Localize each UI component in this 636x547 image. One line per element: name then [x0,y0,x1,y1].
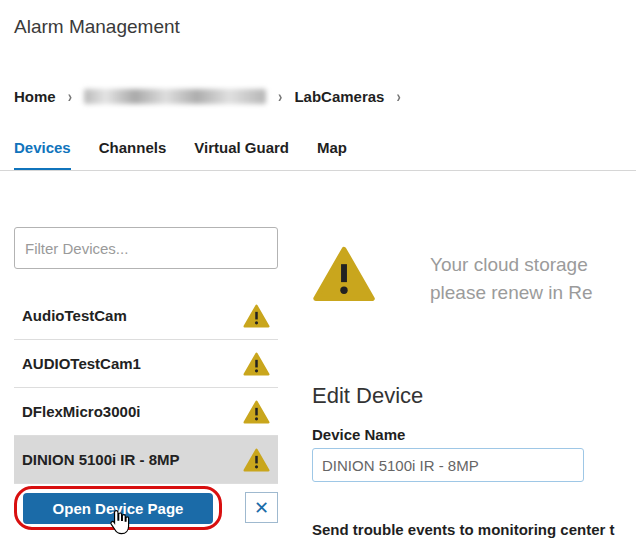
device-name: DFlexMicro3000i [22,403,140,420]
warning-triangle-icon [243,352,270,376]
edit-device-heading: Edit Device [312,383,423,409]
chevron-right-icon: › [278,88,282,106]
tab-virtual-guard[interactable]: Virtual Guard [194,139,289,171]
tab-bar-divider [0,170,636,171]
device-name: AUDIOTestCam1 [22,355,141,372]
device-action-row: Open Device Page ✕ [14,485,278,533]
device-name: AudioTestCam [22,307,127,324]
tab-channels[interactable]: Channels [99,139,167,171]
device-row[interactable]: DFlexMicro3000i [14,388,278,436]
filter-devices-input[interactable] [14,227,278,269]
device-name-input[interactable] [312,448,584,482]
open-device-page-button[interactable]: Open Device Page [23,493,213,524]
warning-line-2: please renew in Re [430,279,593,307]
device-row[interactable]: AudioTestCam [14,292,278,340]
warning-triangle-icon [243,448,270,472]
close-button[interactable]: ✕ [245,492,278,523]
device-name-label: Device Name [312,426,405,443]
breadcrumb-labcameras[interactable]: LabCameras [294,88,384,105]
close-icon: ✕ [254,499,269,517]
warning-triangle-icon [243,304,270,328]
warning-line-1: Your cloud storage [430,251,593,279]
breadcrumb-home[interactable]: Home [14,88,56,105]
device-list: AudioTestCam AUDIOTestCam1 DFlexMicro300… [14,292,278,484]
device-row[interactable]: AUDIOTestCam1 [14,340,278,388]
device-row-selected[interactable]: DINION 5100i IR - 8MP [14,436,278,484]
monitoring-center-text: Send trouble events to monitoring center… [312,521,615,538]
cloud-storage-warning-text: Your cloud storage please renew in Re [430,251,593,307]
breadcrumb: Home › › LabCameras › [14,88,401,105]
alarm-management-screen: Alarm Management Home › › LabCameras › D… [0,0,636,547]
chevron-right-icon: › [68,88,72,106]
warning-triangle-icon [243,400,270,424]
tab-bar: Devices Channels Virtual Guard Map [14,139,347,171]
device-name: DINION 5100i IR - 8MP [22,451,180,468]
cloud-storage-warning-icon [312,245,376,307]
breadcrumb-redacted-account[interactable] [84,89,266,104]
page-title: Alarm Management [14,16,180,38]
chevron-right-icon: › [396,88,400,106]
tab-map[interactable]: Map [317,139,347,171]
tab-devices[interactable]: Devices [14,139,71,171]
